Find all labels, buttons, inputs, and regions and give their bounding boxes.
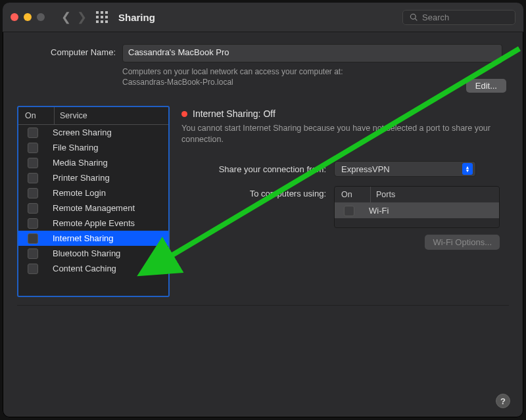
- service-checkbox[interactable]: [28, 158, 38, 168]
- titlebar: ❮ ❯ Sharing Search: [3, 3, 523, 32]
- computer-name-label: Computer Name:: [17, 44, 122, 57]
- service-checkbox[interactable]: [28, 188, 38, 198]
- zoom-window-button[interactable]: [37, 13, 45, 21]
- service-label: File Sharing: [47, 143, 98, 152]
- service-label: Internet Sharing: [47, 233, 114, 243]
- svg-rect-3: [96, 16, 99, 18]
- port-row-wi-fi[interactable]: Wi-Fi: [335, 203, 499, 218]
- to-computers-label: To computers using:: [181, 186, 334, 198]
- ports-list: On Ports Wi-Fi: [334, 186, 500, 228]
- computer-name-input[interactable]: Cassandra's MacBook Pro: [122, 44, 502, 62]
- svg-rect-8: [105, 20, 108, 23]
- search-icon: [410, 13, 418, 22]
- service-detail: Internet Sharing: Off You cannot start I…: [181, 106, 509, 259]
- wifi-options-button[interactable]: Wi-Fi Options...: [425, 235, 500, 250]
- service-row-content-caching[interactable]: Content Caching: [18, 261, 168, 276]
- service-label: Remote Login: [47, 188, 106, 198]
- forward-button[interactable]: ❯: [74, 10, 89, 24]
- service-checkbox[interactable]: [28, 218, 38, 229]
- share-from-value: ExpressVPN: [341, 164, 390, 174]
- service-label: Remote Management: [47, 203, 135, 213]
- ports-header-ports: Ports: [371, 187, 400, 202]
- service-row-remote-apple-events[interactable]: Remote Apple Events: [18, 216, 168, 231]
- service-row-printer-sharing[interactable]: Printer Sharing: [18, 170, 168, 185]
- status-message: You cannot start Internet Sharing becaus…: [181, 123, 497, 145]
- service-checkbox[interactable]: [28, 173, 38, 183]
- svg-rect-5: [105, 16, 108, 18]
- preferences-window: ❮ ❯ Sharing Search Computer Name: Cassan…: [3, 3, 523, 417]
- service-label: Screen Sharing: [47, 128, 112, 137]
- service-row-bluetooth-sharing[interactable]: Bluetooth Sharing: [18, 246, 168, 261]
- service-row-screen-sharing[interactable]: Screen Sharing: [18, 125, 168, 140]
- service-row-internet-sharing[interactable]: Internet Sharing: [18, 231, 168, 246]
- window-controls: [11, 13, 45, 21]
- svg-rect-2: [105, 11, 108, 14]
- port-label: Wi-Fi: [364, 206, 389, 216]
- service-label: Printer Sharing: [47, 173, 110, 183]
- service-row-remote-login[interactable]: Remote Login: [18, 185, 168, 200]
- service-checkbox[interactable]: [28, 248, 38, 259]
- service-row-remote-management[interactable]: Remote Management: [18, 200, 168, 216]
- svg-rect-0: [96, 11, 99, 14]
- service-label: Media Sharing: [47, 158, 108, 168]
- search-field[interactable]: Search: [402, 10, 515, 25]
- service-checkbox[interactable]: [28, 264, 38, 274]
- help-button[interactable]: ?: [496, 394, 510, 408]
- svg-rect-1: [101, 11, 103, 14]
- services-list: On Service Screen SharingFile SharingMed…: [17, 106, 170, 297]
- back-button[interactable]: ❮: [58, 10, 74, 24]
- minimize-window-button[interactable]: [24, 13, 32, 21]
- share-from-label: Share your connection from:: [181, 164, 334, 174]
- computer-name-helper: Computers on your local network can acce…: [122, 66, 405, 87]
- search-placeholder: Search: [422, 12, 449, 22]
- service-checkbox[interactable]: [28, 128, 38, 138]
- show-all-icon[interactable]: [96, 11, 108, 23]
- svg-rect-6: [96, 20, 99, 23]
- service-label: Remote Apple Events: [47, 218, 135, 228]
- status-title: Internet Sharing: Off: [193, 108, 275, 119]
- ports-header-on: On: [335, 187, 371, 202]
- edit-button[interactable]: Edit...: [466, 79, 506, 93]
- service-checkbox[interactable]: [28, 143, 38, 153]
- content: Computer Name: Cassandra's MacBook Pro C…: [3, 32, 523, 312]
- service-label: Bluetooth Sharing: [47, 248, 120, 258]
- service-row-file-sharing[interactable]: File Sharing: [18, 140, 168, 155]
- service-label: Content Caching: [47, 264, 116, 273]
- svg-rect-4: [101, 16, 103, 18]
- close-window-button[interactable]: [11, 13, 18, 21]
- service-checkbox[interactable]: [28, 233, 38, 244]
- pane-title: Sharing: [118, 12, 155, 23]
- svg-rect-7: [101, 20, 103, 23]
- service-checkbox[interactable]: [28, 203, 38, 214]
- port-checkbox[interactable]: [344, 206, 354, 216]
- services-header-on: On: [18, 107, 55, 124]
- status-dot-icon: [181, 111, 187, 117]
- share-from-select[interactable]: ExpressVPN ▲▼: [334, 161, 476, 177]
- service-row-media-sharing[interactable]: Media Sharing: [18, 155, 168, 170]
- chevron-up-down-icon: ▲▼: [462, 163, 473, 175]
- services-header-service: Service: [55, 107, 93, 124]
